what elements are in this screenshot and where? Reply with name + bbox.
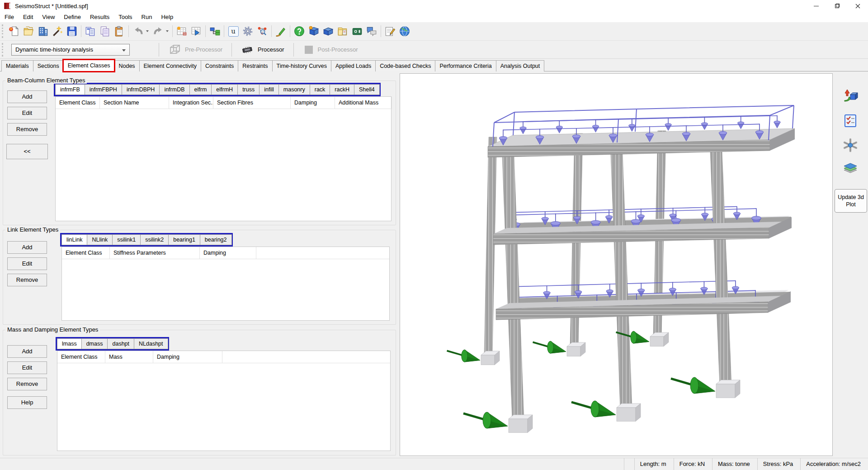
examples-folder-icon[interactable]: [335, 24, 350, 38]
collapse-panel-button[interactable]: <<: [6, 144, 48, 159]
analysis-type-dropdown[interactable]: Dynamic time-history analysis: [11, 44, 130, 56]
copy-doc-icon[interactable]: [98, 24, 112, 38]
undo-icon[interactable]: [131, 24, 151, 38]
subtab[interactable]: lmass: [57, 338, 82, 349]
new-project-icon[interactable]: [7, 24, 21, 38]
subtab[interactable]: infrmDBPH: [122, 84, 160, 95]
redo-icon[interactable]: [151, 24, 170, 38]
wizard-icon[interactable]: [50, 24, 65, 38]
main-tab[interactable]: Time-history Curves: [272, 60, 331, 71]
update-3d-plot-button[interactable]: Update 3d Plot: [835, 189, 867, 213]
main-tab[interactable]: Sections: [33, 60, 64, 71]
axes-icon[interactable]: [842, 137, 859, 154]
subtab[interactable]: infill: [259, 84, 279, 95]
subtab[interactable]: elfrm: [189, 84, 212, 95]
beam-column-add-button[interactable]: Add: [7, 90, 47, 103]
subtab[interactable]: rack: [310, 84, 330, 95]
tutorial-book-icon[interactable]: [307, 24, 321, 38]
checklist-icon[interactable]: [842, 112, 859, 129]
processor-button[interactable]: Processor: [236, 41, 289, 58]
media-icon[interactable]: [350, 24, 364, 38]
unit-converter-icon[interactable]: u: [226, 24, 241, 38]
subtab[interactable]: dmass: [81, 338, 108, 349]
mass-add-button[interactable]: Add: [7, 345, 47, 358]
paste-icon[interactable]: [112, 24, 127, 38]
menu-item[interactable]: Help: [156, 12, 178, 22]
main-tab[interactable]: Element Classes: [63, 60, 115, 71]
building-icon[interactable]: [36, 24, 50, 38]
menu-item[interactable]: Edit: [19, 12, 38, 22]
subtab[interactable]: elfrmH: [211, 84, 238, 95]
subtab[interactable]: infrmDB: [159, 84, 189, 95]
column-header[interactable]: Section Fibres: [213, 97, 291, 109]
subtab[interactable]: NLdashpt: [134, 338, 168, 349]
subtab[interactable]: bearing2: [200, 234, 232, 245]
main-tab[interactable]: Element Connectivity: [139, 60, 201, 71]
main-tab[interactable]: Performance Criteria: [435, 60, 496, 71]
model-viewer-icon[interactable]: [255, 24, 269, 38]
subtab[interactable]: NLlink: [87, 234, 113, 245]
forum-icon[interactable]: [364, 24, 379, 38]
table-wizard-icon[interactable]: [175, 24, 189, 38]
column-header[interactable]: Additional Mass: [335, 97, 392, 109]
mass-edit-button[interactable]: Edit: [7, 361, 47, 374]
main-tab[interactable]: Applied Loads: [331, 60, 376, 71]
column-header[interactable]: Section Name: [100, 97, 169, 109]
link-add-button[interactable]: Add: [7, 241, 47, 254]
table-run-icon[interactable]: [189, 24, 203, 38]
subtab[interactable]: ssilink1: [112, 234, 141, 245]
link-remove-button[interactable]: Remove: [7, 274, 47, 286]
redo-dropdown-caret[interactable]: [166, 30, 169, 32]
main-tab[interactable]: Materials: [1, 60, 33, 71]
main-tab[interactable]: Restraints: [238, 60, 272, 71]
subtab[interactable]: rackH: [330, 84, 354, 95]
open-project-icon[interactable]: [21, 24, 36, 38]
subtab[interactable]: infrmFBPH: [85, 84, 122, 95]
view-cube-icon[interactable]: [842, 87, 859, 104]
pre-processor-button[interactable]: Pre-Processor: [164, 41, 227, 58]
menu-item[interactable]: Run: [137, 12, 157, 22]
layers-icon[interactable]: [842, 160, 859, 177]
maximize-button[interactable]: [826, 0, 847, 12]
subtab[interactable]: masonry: [278, 84, 310, 95]
help-button[interactable]: Help: [7, 396, 47, 409]
subtab[interactable]: truss: [237, 84, 259, 95]
undo-dropdown-caret[interactable]: [146, 30, 149, 32]
column-header[interactable]: Stiffness Parameters: [110, 247, 200, 259]
3d-viewport[interactable]: [400, 73, 833, 456]
subtab[interactable]: bearing1: [168, 234, 200, 245]
release-notes-icon[interactable]: [383, 24, 397, 38]
subtab[interactable]: dashpt: [107, 338, 134, 349]
subtab[interactable]: Shell4: [354, 84, 380, 95]
main-tab[interactable]: Analysis Output: [496, 60, 545, 71]
web-globe-icon[interactable]: [397, 24, 412, 38]
main-tab[interactable]: Nodes: [114, 60, 139, 71]
minimize-button[interactable]: [806, 0, 826, 12]
close-button[interactable]: [847, 0, 868, 12]
format-brush-icon[interactable]: [274, 24, 288, 38]
save-icon[interactable]: [65, 24, 79, 38]
menu-item[interactable]: File: [0, 12, 19, 22]
column-header[interactable]: Element Class: [57, 351, 105, 363]
menu-item[interactable]: View: [38, 12, 59, 22]
manual-book-icon[interactable]: [321, 24, 335, 38]
column-header[interactable]: Damping: [291, 97, 335, 109]
subtab[interactable]: infrmFB: [55, 84, 85, 95]
column-header[interactable]: Integration Sec...: [169, 97, 213, 109]
subtab[interactable]: linLink: [61, 234, 87, 245]
menu-item[interactable]: Define: [59, 12, 85, 22]
export-doc-icon[interactable]: [83, 24, 98, 38]
post-processor-button[interactable]: Post-Processor: [298, 42, 363, 57]
settings-gear-icon[interactable]: [241, 24, 255, 38]
menu-item[interactable]: Tools: [114, 12, 137, 22]
beam-column-remove-button[interactable]: Remove: [7, 123, 47, 136]
subtab[interactable]: ssilink2: [140, 234, 169, 245]
mass-remove-button[interactable]: Remove: [7, 378, 47, 390]
main-tab[interactable]: Constraints: [201, 60, 238, 71]
column-header[interactable]: Element Class: [56, 97, 100, 109]
column-header[interactable]: Damping: [153, 351, 222, 363]
help-icon[interactable]: [292, 24, 307, 38]
column-header[interactable]: Element Class: [62, 247, 110, 259]
hierarchy-icon[interactable]: [208, 24, 222, 38]
column-header[interactable]: Mass: [105, 351, 153, 363]
